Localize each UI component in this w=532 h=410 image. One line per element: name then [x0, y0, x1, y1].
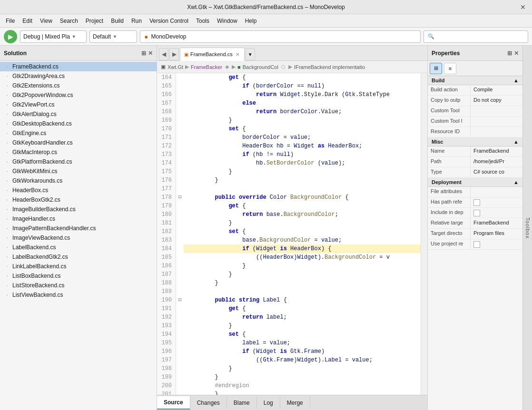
tab-dropdown-button[interactable]: ▼: [246, 48, 255, 60]
sidebar-item[interactable]: ⬝GtkPlatformBackend.cs: [0, 157, 157, 166]
sidebar-item[interactable]: ⬝ListViewBackend.cs: [0, 290, 157, 300]
line-content[interactable]: if (Widget is HeaderBox) {: [184, 244, 421, 253]
line-content[interactable]: }: [184, 219, 232, 227]
breadcrumb-part2[interactable]: FrameBacker: [191, 64, 222, 70]
prop-value-custom-tool-l[interactable]: [471, 117, 522, 127]
line-content[interactable]: return label;: [184, 313, 287, 322]
line-content[interactable]: else: [184, 99, 256, 107]
prop-value-resource-id[interactable]: [471, 127, 522, 137]
line-content[interactable]: }: [184, 373, 218, 381]
line-content[interactable]: #endregion: [184, 381, 249, 390]
editor-scrollbar[interactable]: [421, 73, 427, 395]
sidebar-item[interactable]: ⬝ListStoreBackend.cs: [0, 281, 157, 290]
debug-config-dropdown[interactable]: Debug | Mixed Pla ▼: [20, 30, 87, 43]
line-content[interactable]: set {: [184, 330, 246, 339]
line-content[interactable]: }: [184, 364, 232, 373]
bottom-tab-merge[interactable]: Merge: [280, 397, 310, 409]
line-content[interactable]: }: [184, 279, 218, 287]
sidebar-item[interactable]: ⬝Gtk2Extensions.cs: [0, 81, 157, 90]
active-tab[interactable]: ▣ FrameBackend.cs ✕: [180, 48, 245, 61]
bottom-tab-source[interactable]: Source: [157, 396, 190, 410]
prop-checkbox-has-path[interactable]: [473, 199, 480, 206]
collapse-icon[interactable]: ⊟: [178, 194, 181, 201]
line-content[interactable]: return base.BackgroundColor;: [184, 210, 338, 219]
search-input-container[interactable]: 🔍: [424, 30, 528, 43]
section-build-collapse[interactable]: ▲: [513, 78, 519, 83]
line-content[interactable]: return Widget.Style.Dark (Gtk.StateType: [184, 90, 390, 99]
sidebar-item[interactable]: ⬝GtkDesktopBackend.cs: [0, 119, 157, 128]
sidebar-item[interactable]: ⬝ImageViewBackend.cs: [0, 233, 157, 243]
breadcrumb-part3[interactable]: BackgroundCol: [243, 64, 278, 70]
line-content[interactable]: ((HeaderBox)Widget).BackgroundColor = v: [184, 253, 390, 262]
line-content[interactable]: return borderColor.Value;: [184, 107, 342, 116]
tab-close-button[interactable]: ✕: [235, 52, 240, 57]
sidebar-item[interactable]: ⬝GtkMacInterop.cs: [0, 147, 157, 157]
sidebar-item[interactable]: ⬝GtkKeyboardHandler.cs: [0, 138, 157, 147]
sidebar-item[interactable]: ⬝LabelBackend.cs: [0, 243, 157, 252]
line-content[interactable]: }: [184, 322, 232, 330]
line-content[interactable]: public string Label {: [184, 296, 287, 304]
collapse-icon[interactable]: ⊟: [178, 297, 181, 303]
collapse-cell[interactable]: ⊟: [176, 193, 184, 202]
properties-close-icon[interactable]: ✕: [514, 50, 519, 57]
menu-search[interactable]: Search: [56, 17, 82, 25]
tab-next-button[interactable]: ▶: [169, 48, 179, 60]
bottom-tab-changes[interactable]: Changes: [190, 397, 227, 409]
menu-edit[interactable]: Edit: [19, 17, 36, 25]
sidebar-close-icon[interactable]: ✕: [148, 50, 153, 57]
line-content[interactable]: }: [184, 176, 218, 185]
sidebar-item[interactable]: ⬝GtkWebKitMini.cs: [0, 166, 157, 176]
line-content[interactable]: if (hb != null): [184, 150, 294, 159]
sidebar-item[interactable]: ⬝HeaderBox.cs: [0, 185, 157, 195]
prop-value-name[interactable]: FrameBackend: [471, 146, 522, 156]
tab-prev-button[interactable]: ◀: [159, 48, 168, 60]
close-icon[interactable]: ✕: [519, 3, 527, 11]
sidebar-item[interactable]: ⬝FrameBackend.cs: [0, 62, 157, 71]
line-content[interactable]: hb.SetBorderColor (value);: [184, 159, 345, 167]
breadcrumb-part1[interactable]: Xwt.Gt: [167, 64, 183, 70]
bottom-tab-blame[interactable]: Blame: [227, 397, 257, 409]
sidebar-item[interactable]: ⬝HeaderBoxGtk2.cs: [0, 195, 157, 205]
menu-project[interactable]: Project: [82, 17, 107, 25]
prop-value-rel-target[interactable]: FrameBackend: [471, 218, 522, 228]
sidebar-item[interactable]: ⬝ImageBuilderBackend.cs: [0, 205, 157, 214]
properties-tab-grid[interactable]: ⊞: [430, 63, 442, 74]
line-content[interactable]: }: [184, 167, 232, 176]
menu-build[interactable]: Build: [107, 17, 128, 25]
menu-window[interactable]: Window: [213, 17, 241, 25]
prop-value-copy-output[interactable]: Do not copy: [471, 96, 522, 106]
line-content[interactable]: get {: [184, 304, 246, 313]
line-content[interactable]: get {: [184, 202, 246, 210]
prop-value-path[interactable]: /home/jedi/Pr: [471, 157, 522, 167]
menu-run[interactable]: Run: [128, 17, 146, 25]
sidebar-item[interactable]: ⬝GtkWorkarounds.cs: [0, 176, 157, 185]
prop-value-target-dir[interactable]: Program files: [471, 229, 522, 239]
menu-file[interactable]: File: [2, 17, 19, 25]
line-content[interactable]: base.BackgroundColor = value;: [184, 236, 342, 244]
prop-value-type[interactable]: C# source co: [471, 167, 522, 177]
line-content[interactable]: }: [184, 270, 232, 279]
menu-version-control[interactable]: Version Control: [146, 17, 192, 25]
sidebar-item[interactable]: ⬝Gtk2ViewPort.cs: [0, 100, 157, 109]
sidebar-item[interactable]: ⬝Gtk2PopoverWindow.cs: [0, 90, 157, 100]
build-config-dropdown[interactable]: Default ▼: [89, 30, 137, 43]
properties-tab-list[interactable]: ≡: [444, 63, 456, 74]
line-content[interactable]: [184, 185, 187, 193]
menu-tools[interactable]: Tools: [192, 17, 213, 25]
menu-view[interactable]: View: [36, 17, 56, 25]
line-content[interactable]: public override Color BackgroundColor {: [184, 193, 349, 202]
line-content[interactable]: if (borderColor == null): [184, 82, 325, 90]
prop-checkbox-use-proj[interactable]: [473, 241, 480, 248]
line-content[interactable]: if (Widget is Gtk.Frame): [184, 347, 325, 356]
toolbox-tab[interactable]: Toolbox: [522, 46, 532, 410]
line-content[interactable]: }: [184, 116, 232, 125]
menu-help[interactable]: Help: [241, 17, 261, 25]
collapse-cell[interactable]: ⊟: [176, 296, 184, 304]
sidebar-item[interactable]: ⬝LabelBackendGtk2.cs: [0, 252, 157, 262]
line-content[interactable]: }: [184, 262, 246, 270]
sidebar-item[interactable]: ⬝ListBoxBackend.cs: [0, 271, 157, 281]
prop-value-custom-tool[interactable]: [471, 106, 522, 116]
section-misc-collapse[interactable]: ▲: [513, 139, 519, 145]
sidebar-item[interactable]: ⬝LinkLabelBackend.cs: [0, 262, 157, 271]
line-content[interactable]: borderColor = value;: [184, 133, 311, 142]
